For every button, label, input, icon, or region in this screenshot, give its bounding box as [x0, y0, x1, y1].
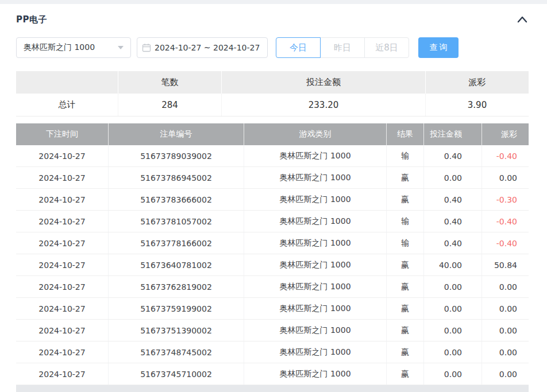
table-row: 2024-10-27 51673748745002 奥林匹斯之门 1000 赢 … [16, 341, 529, 363]
cell-payout: 50.84 [481, 254, 529, 275]
cell-result: 赢 [386, 189, 423, 210]
cell-game-type: 奥林匹斯之门 1000 [244, 254, 386, 275]
cell-bet-amount: 0.00 [423, 320, 481, 341]
cell-order-id: 51673640781002 [108, 254, 244, 275]
cell-bet-time: 2024-10-27 [16, 232, 108, 254]
filter-bar: 奥林匹斯之门 1000 2024-10-27 ~ 2024-10-27 今日昨日… [16, 37, 529, 58]
cell-bet-amount: 0.40 [423, 211, 481, 232]
header-game-type: 游戏类别 [244, 123, 386, 145]
cell-payout: -0.40 [481, 211, 529, 232]
cell-payout: -0.30 [481, 189, 529, 210]
panel-title: PP电子 [16, 14, 47, 25]
cell-bet-time: 2024-10-27 [16, 341, 108, 363]
cell-bet-amount: 40.00 [423, 254, 481, 275]
cell-bet-time: 2024-10-27 [16, 145, 108, 166]
collapse-button[interactable] [516, 13, 529, 26]
cell-result: 赢 [386, 320, 423, 341]
cell-order-id: 51673781057002 [108, 211, 244, 232]
cell-bet-amount: 0.40 [423, 189, 481, 210]
search-button[interactable]: 查询 [418, 37, 459, 58]
page-top-strip [0, 0, 547, 4]
summary-total-bet-amount: 233.20 [221, 94, 425, 116]
cell-payout: 0.00 [481, 298, 529, 319]
cell-bet-amount: 0.00 [423, 167, 481, 188]
cell-result: 输 [386, 211, 423, 232]
cell-bet-time: 2024-10-27 [16, 167, 108, 188]
table-row: 2024-10-27 51673781057002 奥林匹斯之门 1000 输 … [16, 211, 529, 232]
quick-range-button-1[interactable]: 昨日 [320, 37, 365, 58]
cell-order-id: 51673778166002 [108, 232, 244, 254]
table-row: 2024-10-27 51673786945002 奥林匹斯之门 1000 赢 … [16, 167, 529, 189]
cell-result: 输 [386, 232, 423, 254]
cell-order-id: 51673751390002 [108, 320, 244, 341]
cell-bet-time: 2024-10-27 [16, 211, 108, 232]
chevron-down-icon [118, 46, 124, 49]
cell-bet-amount: 0.00 [423, 363, 481, 385]
cell-order-id: 51673762819002 [108, 276, 244, 297]
cell-game-type: 奥林匹斯之门 1000 [244, 363, 386, 385]
cell-bet-time: 2024-10-27 [16, 298, 108, 319]
table-row: 2024-10-27 51673745710002 奥林匹斯之门 1000 赢 … [16, 363, 529, 385]
cell-game-type: 奥林匹斯之门 1000 [244, 167, 386, 188]
cell-payout: 0.00 [481, 341, 529, 363]
cell-order-id: 51673748745002 [108, 341, 244, 363]
quick-range-button-0[interactable]: 今日 [276, 37, 321, 58]
cell-payout: 0.00 [481, 276, 529, 297]
summary-header-payout: 派彩 [425, 71, 529, 94]
cell-order-id: 51673783666002 [108, 189, 244, 210]
table-body: 2024-10-27 51673789039002 奥林匹斯之门 1000 输 … [16, 145, 529, 385]
cell-bet-amount: 0.00 [423, 341, 481, 363]
cell-result: 赢 [386, 167, 423, 188]
cell-order-id: 51673759199002 [108, 298, 244, 319]
cell-bet-time: 2024-10-27 [16, 254, 108, 275]
panel-header: PP电子 [16, 13, 529, 26]
game-select-value: 奥林匹斯之门 1000 [24, 42, 95, 53]
game-select[interactable]: 奥林匹斯之门 1000 [16, 37, 131, 58]
cell-result: 输 [386, 145, 423, 166]
header-bet-time: 下注时间 [16, 123, 108, 145]
cell-payout: 0.00 [481, 320, 529, 341]
cell-game-type: 奥林匹斯之门 1000 [244, 232, 386, 254]
cell-bet-time: 2024-10-27 [16, 276, 108, 297]
cell-bet-time: 2024-10-27 [16, 320, 108, 341]
cell-order-id: 51673786945002 [108, 167, 244, 188]
table-row: 2024-10-27 51673759199002 奥林匹斯之门 1000 赢 … [16, 298, 529, 320]
summary-header-row: 笔数 投注金额 派彩 [16, 71, 529, 94]
cell-payout: -0.40 [481, 145, 529, 166]
cell-result: 赢 [386, 254, 423, 275]
calendar-icon [142, 43, 151, 52]
summary-table: 笔数 投注金额 派彩 总计 284 233.20 3.90 [16, 71, 529, 117]
cell-result: 赢 [386, 363, 423, 385]
cell-game-type: 奥林匹斯之门 1000 [244, 145, 386, 166]
bets-table-header: 下注时间 注单编号 游戏类别 结果 投注金额 派彩 [16, 123, 529, 145]
cell-bet-amount: 0.40 [423, 232, 481, 254]
summary-header-bet-amount: 投注金额 [221, 71, 425, 94]
table-row: 2024-10-27 51673762819002 奥林匹斯之门 1000 赢 … [16, 276, 529, 298]
date-range-picker[interactable]: 2024-10-27 ~ 2024-10-27 [137, 37, 268, 58]
cell-bet-time: 2024-10-27 [16, 189, 108, 210]
summary-total-label: 总计 [16, 94, 118, 116]
cell-game-type: 奥林匹斯之门 1000 [244, 189, 386, 210]
cell-result: 赢 [386, 341, 423, 363]
bets-table: 下注时间 注单编号 游戏类别 结果 投注金额 派彩 2024-10-27 516… [16, 123, 529, 392]
quick-range-button-2[interactable]: 近8日 [364, 37, 409, 58]
summary-total-count: 284 [118, 94, 221, 116]
cell-bet-amount: 0.00 [423, 276, 481, 297]
cell-payout: 0.00 [481, 363, 529, 385]
quick-range-group: 今日昨日近8日 [276, 37, 409, 58]
cell-bet-amount: 0.00 [423, 298, 481, 319]
cell-result: 赢 [386, 276, 423, 297]
header-result: 结果 [386, 123, 423, 145]
bottom-partial-row [16, 385, 529, 392]
table-row: 2024-10-27 51673751390002 奥林匹斯之门 1000 赢 … [16, 320, 529, 341]
cell-payout: -0.40 [481, 232, 529, 254]
cell-game-type: 奥林匹斯之门 1000 [244, 211, 386, 232]
pp-electronic-panel: PP电子 奥林匹斯之门 1000 2024-10-27 ~ 2024-10- [0, 4, 547, 392]
cell-bet-amount: 0.40 [423, 145, 481, 166]
summary-total-row: 总计 284 233.20 3.90 [16, 94, 529, 117]
summary-total-payout: 3.90 [425, 94, 529, 116]
cell-order-id: 51673745710002 [108, 363, 244, 385]
summary-header-blank [16, 71, 118, 94]
table-row: 2024-10-27 51673789039002 奥林匹斯之门 1000 输 … [16, 145, 529, 167]
cell-game-type: 奥林匹斯之门 1000 [244, 276, 386, 297]
